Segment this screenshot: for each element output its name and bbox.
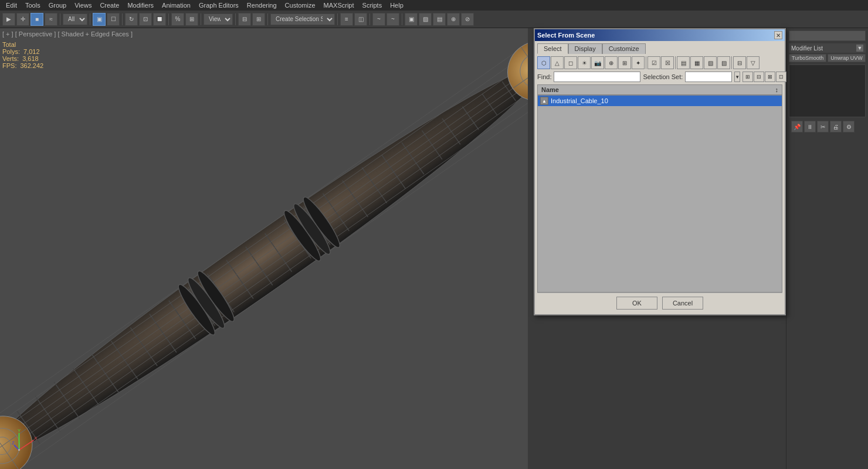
- toolbar-render-btn[interactable]: ▣: [405, 13, 418, 26]
- dialog-close-button[interactable]: ✕: [774, 31, 782, 39]
- viewport[interactable]: [ + ] [ Perspective ] [ Shaded + Edged F…: [0, 28, 528, 469]
- svg-point-60: [18, 449, 20, 451]
- fps-label: FPS:: [2, 62, 16, 69]
- menu-item-views[interactable]: Views: [71, 1, 95, 9]
- sel-icon-2-btn[interactable]: ⊟: [754, 72, 764, 82]
- filter-dropdown[interactable]: All: [63, 13, 87, 25]
- print-btn[interactable]: 🖨: [830, 121, 842, 132]
- menu-item-tools[interactable]: Tools: [22, 1, 44, 9]
- sort-indicator[interactable]: ↕: [775, 86, 779, 93]
- sel-icon-4-btn[interactable]: ⊡: [776, 72, 786, 82]
- dialog-body: Select Display Customize ⬡ △ ◻ ☀ 📷 ⊕ ⊞ ✦…: [535, 41, 785, 314]
- toolbar-sep-5: [201, 13, 201, 25]
- settings-btn[interactable]: ⚙: [843, 121, 855, 132]
- modifier-tag-turbosmooth[interactable]: TurboSmooth: [789, 54, 826, 62]
- toolbar-render4-btn[interactable]: ⊕: [447, 13, 460, 26]
- viewport-label: [ + ] [ Perspective ] [ Shaded + Edged F…: [2, 30, 133, 38]
- dialog-tool-all-btn[interactable]: ⬡: [537, 56, 550, 69]
- toolbar-btn-1[interactable]: ≈: [45, 13, 57, 26]
- dialog-tool-space-btn[interactable]: ⊞: [618, 56, 631, 69]
- dialog-tool-select-btn[interactable]: ☑: [647, 56, 660, 69]
- dialog-tool-list2-btn[interactable]: ▦: [690, 56, 703, 69]
- modifier-tag-unwrap-uvw[interactable]: Unwrap UVW: [828, 54, 866, 62]
- verts-value: 3,618: [22, 55, 39, 62]
- toolbar-select-mode-btn[interactable]: ▣: [93, 13, 106, 26]
- menu-item-customize[interactable]: Customize: [282, 1, 319, 9]
- toolbar-align2-btn[interactable]: ⊞: [252, 13, 265, 26]
- dialog-tool-helper-btn[interactable]: ⊕: [605, 56, 618, 69]
- toolbar-sep-9: [369, 13, 370, 25]
- dialog-tool-list3-btn[interactable]: ▧: [704, 56, 717, 69]
- sel-icon-3-btn[interactable]: ⊠: [765, 72, 775, 82]
- selection-set-input[interactable]: [685, 72, 732, 82]
- right-panel: Modifier List ▼ TurboSmooth Unwrap UVW 📌…: [786, 28, 868, 469]
- dialog-tool-camera-btn[interactable]: 📷: [591, 56, 604, 69]
- modifier-preview: [789, 64, 866, 117]
- sel-icon-1-btn[interactable]: ⊞: [742, 72, 753, 82]
- toolbar-percent-btn[interactable]: %: [171, 13, 184, 26]
- toolbar-mirror2-btn[interactable]: ◫: [354, 13, 367, 26]
- toolbar-sep-6: [235, 13, 236, 25]
- menu-item-help[interactable]: Help: [386, 1, 407, 9]
- dialog-tool-light-btn[interactable]: ☀: [578, 56, 591, 69]
- dialog-tab-customize[interactable]: Customize: [602, 43, 646, 54]
- menu-item-edit[interactable]: Edit: [2, 1, 21, 9]
- polys-value: 7,012: [23, 48, 40, 55]
- view-dropdown[interactable]: View: [204, 13, 233, 25]
- find-input[interactable]: [554, 72, 640, 82]
- dialog-tool-list1-btn[interactable]: ▤: [677, 56, 690, 69]
- selection-set-icons: ⊞ ⊟ ⊠ ⊡: [742, 72, 786, 82]
- dialog-title: Select From Scene: [537, 32, 595, 39]
- object-list-header: Name ↕: [537, 84, 782, 95]
- toolbar-render5-btn[interactable]: ⊘: [461, 13, 474, 26]
- selection-set-dropdown[interactable]: ▼: [734, 72, 740, 82]
- dialog-cancel-button[interactable]: Cancel: [662, 297, 703, 310]
- pin-stack-btn[interactable]: 📌: [791, 121, 803, 132]
- cut-btn[interactable]: ✂: [817, 121, 829, 132]
- toolbar-curve2-btn[interactable]: ~: [386, 13, 399, 26]
- dialog-tool-invert-btn[interactable]: ☒: [661, 56, 674, 69]
- object-list[interactable]: ▲ Industrial_Cable_10: [537, 95, 782, 293]
- menu-item-maxscript[interactable]: MAXScript: [320, 1, 358, 9]
- toolbar-align-btn[interactable]: ⊟: [238, 13, 251, 26]
- modifier-list-dropdown-btn[interactable]: ▼: [856, 45, 863, 52]
- menu-item-rendering[interactable]: Rendering: [243, 1, 280, 9]
- toolbar-layer-btn[interactable]: ≡: [340, 13, 353, 26]
- create-selection-dropdown[interactable]: Create Selection Se...: [270, 13, 335, 25]
- toolbar-rotate-btn[interactable]: ↻: [125, 13, 138, 26]
- toolbar-sep-3: [122, 13, 123, 25]
- name-column-header: Name: [541, 86, 559, 93]
- toolbar-snap-btn[interactable]: 🔲: [153, 13, 166, 26]
- right-search-input[interactable]: [789, 30, 866, 41]
- dialog-tool-expand-btn[interactable]: ▽: [747, 56, 760, 69]
- toolbar-sep-2: [90, 13, 90, 25]
- toolbar-select-btn[interactable]: ▶: [2, 13, 15, 26]
- menu-item-group[interactable]: Group: [45, 1, 70, 9]
- toolbar-window-btn[interactable]: ☐: [107, 13, 120, 26]
- toolbar-render2-btn[interactable]: ▨: [419, 13, 432, 26]
- modifier-list-label: Modifier List: [791, 45, 823, 52]
- dialog-tool-shape-btn[interactable]: ◻: [564, 56, 577, 69]
- toolbar-active-btn[interactable]: ■: [30, 13, 43, 26]
- toolbar-move-btn[interactable]: ✛: [16, 13, 29, 26]
- dialog-ok-button[interactable]: OK: [616, 297, 657, 310]
- dialog-tool-bone-btn[interactable]: ✦: [632, 56, 645, 69]
- selection-set-label: Selection Set:: [643, 73, 683, 80]
- dialog-tool-geo-btn[interactable]: △: [551, 56, 564, 69]
- dialog-tab-display[interactable]: Display: [568, 43, 602, 54]
- menu-item-graph-editors[interactable]: Graph Editors: [195, 1, 242, 9]
- dialog-tool-list4-btn[interactable]: ▨: [717, 56, 730, 69]
- pause-btn[interactable]: ⏸: [804, 121, 816, 132]
- toolbar-curve-btn[interactable]: ~: [372, 13, 385, 26]
- dialog-tool-filter-btn[interactable]: ⊟: [733, 56, 746, 69]
- dialog-tab-select[interactable]: Select: [537, 43, 568, 54]
- menu-item-animation[interactable]: Animation: [158, 1, 194, 9]
- toolbar-scale-btn[interactable]: ⊡: [139, 13, 152, 26]
- menu-item-modifiers[interactable]: Modifiers: [124, 1, 157, 9]
- dialog-titlebar[interactable]: Select From Scene ✕: [535, 29, 785, 41]
- toolbar-mirror-btn[interactable]: ⊞: [185, 13, 198, 26]
- object-list-item[interactable]: ▲ Industrial_Cable_10: [538, 96, 782, 106]
- toolbar-render3-btn[interactable]: ▤: [433, 13, 446, 26]
- menu-item-scripts[interactable]: Scripts: [359, 1, 386, 9]
- menu-item-create[interactable]: Create: [96, 1, 123, 9]
